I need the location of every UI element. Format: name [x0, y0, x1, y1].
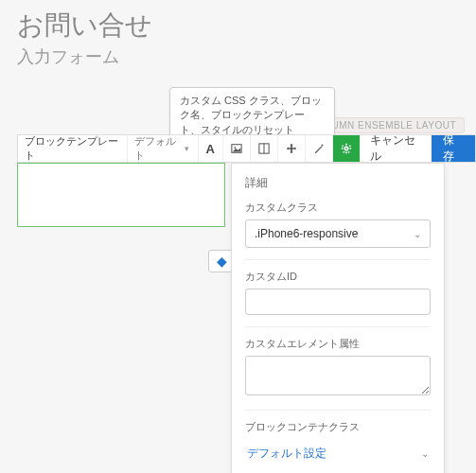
- block-template-button[interactable]: ブロックテンプレート: [18, 135, 128, 162]
- page-title: お問い合せ: [0, 0, 476, 45]
- custom-id-label: カスタムID: [245, 270, 431, 284]
- selected-block-outline[interactable]: [17, 163, 225, 227]
- chevron-down-icon: ▾: [185, 144, 189, 153]
- svg-point-5: [234, 147, 236, 149]
- custom-class-select[interactable]: .iPhone6-responsive ⌄: [245, 219, 431, 248]
- custom-id-input[interactable]: [245, 289, 431, 315]
- container-class-label: ブロックコンテナクラス: [245, 420, 431, 434]
- container-class-select[interactable]: デフォルト設定 ⌄: [245, 439, 431, 468]
- move-icon: [286, 143, 297, 154]
- panel-section-title: 詳細: [245, 175, 431, 191]
- cancel-button[interactable]: キャンセル: [361, 135, 432, 162]
- divider: [245, 259, 431, 260]
- gear-icon: [341, 143, 352, 154]
- default-style-label: デフォルト: [134, 134, 182, 163]
- image-button[interactable]: [223, 135, 251, 162]
- settings-button[interactable]: [333, 135, 361, 162]
- custom-attr-label: カスタムエレメント属性: [245, 337, 431, 351]
- custom-class-label: カスタムクラス: [245, 201, 431, 215]
- magic-wand-icon: [313, 143, 325, 154]
- layout-icon: [258, 143, 270, 154]
- chevron-down-icon: ⌄: [414, 229, 421, 239]
- text-style-icon: A: [206, 142, 215, 156]
- move-button[interactable]: [278, 135, 306, 162]
- page-subtitle: 入力フォーム: [0, 45, 476, 76]
- plus-icon: ◆: [217, 254, 227, 269]
- image-icon: [231, 143, 242, 154]
- layout-button[interactable]: [251, 135, 278, 162]
- default-style-dropdown[interactable]: デフォルト ▾: [128, 135, 199, 162]
- divider: [245, 326, 431, 327]
- divider: [245, 410, 431, 411]
- magic-button[interactable]: [306, 135, 333, 162]
- text-style-button[interactable]: A: [199, 135, 223, 162]
- custom-attr-textarea[interactable]: [245, 356, 431, 395]
- save-button[interactable]: 保存: [432, 135, 475, 162]
- block-toolbar: ブロックテンプレート デフォルト ▾ A キャンセル 保存: [17, 134, 476, 163]
- settings-panel: 詳細 カスタムクラス .iPhone6-responsive ⌄ カスタムID …: [231, 163, 445, 473]
- container-class-value: デフォルト設定: [247, 446, 326, 462]
- chevron-down-icon: ⌄: [421, 448, 429, 459]
- custom-class-value: .iPhone6-responsive: [255, 227, 358, 240]
